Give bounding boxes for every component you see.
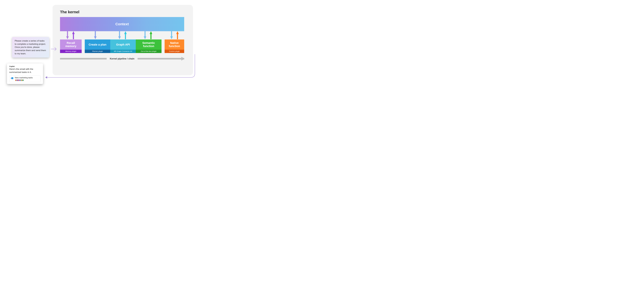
pipeline-arrow-icon <box>138 58 184 59</box>
user-prompt-text: Please create a series of tasks to compl… <box>15 40 46 55</box>
plugin-title: Create a plan <box>88 43 106 46</box>
arrow-right-icon <box>51 46 57 52</box>
plugin-row: Recall memory Memory plugin Create a pla… <box>60 40 184 53</box>
plugin-title: Graph API <box>116 43 130 46</box>
outlook-icon <box>11 77 14 80</box>
user-prompt-card: Please create a series of tasks to compl… <box>12 37 49 58</box>
plugin-native-function: Native function Custom plugin <box>164 40 184 53</box>
kernel-card: The kernel Context <box>52 5 193 75</box>
context-label: Context <box>116 22 129 26</box>
plugin-title: Semantic <box>142 41 155 45</box>
spacer <box>82 40 85 53</box>
plugin-graph-api: Graph API MS Graph Connector Kit <box>110 40 136 53</box>
email-title: New marketing tasks <box>15 76 33 79</box>
arrow-down-icon <box>118 31 121 39</box>
plugin-recall-memory: Recall memory Memory plugin <box>60 40 82 53</box>
spacer <box>162 40 164 53</box>
arrow-up-icon <box>124 31 127 39</box>
arrow-up-icon <box>72 31 75 39</box>
pipeline-bar: Kernel pipeline / chain <box>60 57 184 60</box>
avatar-stack <box>15 79 33 81</box>
copilot-output-card: Copilot Here's the email with the summar… <box>7 63 43 84</box>
context-arrow-row <box>60 31 184 40</box>
arrow-up-icon <box>176 31 179 39</box>
plugin-title: function <box>143 45 154 48</box>
arrow-up-icon <box>150 31 152 39</box>
arrow-down-icon <box>144 31 146 39</box>
planner-group: Create a plan Planner plugin Graph API M… <box>85 40 162 53</box>
diagram-canvas: The kernel Context <box>2 3 201 88</box>
kernel-title: The kernel <box>60 10 188 14</box>
copilot-body: Here's the email with the summarized tas… <box>9 68 41 74</box>
plugin-subtitle: Custom plugin <box>164 50 184 53</box>
plugin-title: Recall <box>67 41 75 45</box>
avatar <box>22 79 24 81</box>
email-attachment-chip: New marketing tasks <box>9 75 41 82</box>
arrow-down-icon <box>94 31 97 39</box>
plugin-subtitle: MS Graph Connector Kit <box>110 50 136 53</box>
plugin-subtitle: Memory plugin <box>60 50 82 53</box>
svg-rect-1 <box>11 78 12 79</box>
plugin-title: memory <box>65 45 76 48</box>
arrow-down-icon <box>66 31 69 39</box>
context-bar: Context <box>60 17 184 31</box>
plugin-semantic-function: Semantic function Out-of-the-box plugin <box>136 40 162 53</box>
plugin-create-plan: Create a plan Planner plugin <box>85 40 110 53</box>
plugin-title: Native <box>170 41 179 45</box>
pipeline-label: Kernel pipeline / chain <box>107 57 138 60</box>
pipeline-line <box>60 58 107 59</box>
plugin-subtitle: Out-of-the-box plugin <box>136 50 162 53</box>
plugin-subtitle: Planner plugin <box>85 50 110 53</box>
copilot-label: Copilot <box>9 66 41 67</box>
arrow-down-icon <box>170 31 173 39</box>
plugin-title: function <box>169 45 180 48</box>
